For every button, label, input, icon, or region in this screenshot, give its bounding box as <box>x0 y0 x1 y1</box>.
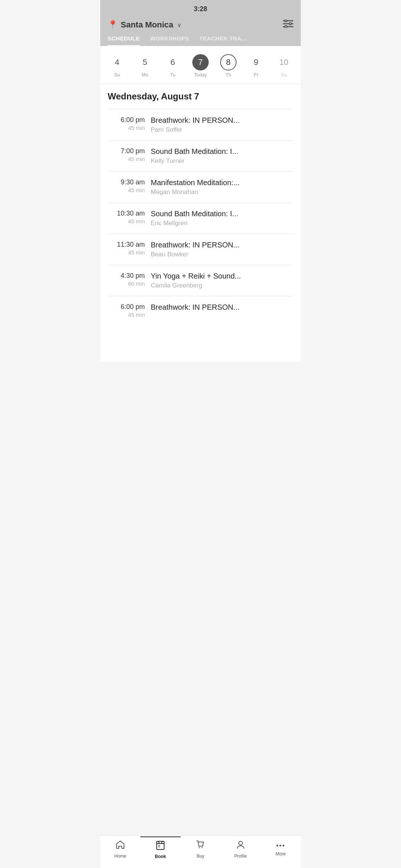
schedule-list: 6:00 pm 45 min Breathwork: IN PERSON... … <box>108 109 293 362</box>
day-number-4: 4 <box>109 54 125 70</box>
day-label-today: Today <box>194 72 207 78</box>
day-label-5: Mo <box>141 72 148 78</box>
day-number-8: 8 <box>220 54 237 70</box>
book-icon <box>156 840 165 852</box>
day-label-9: Fr <box>254 72 258 78</box>
nav-label-more: More <box>276 851 286 857</box>
day-number-5: 5 <box>137 54 153 70</box>
list-item[interactable]: 10:30 am 45 min Sound Bath Meditation: I… <box>108 203 293 234</box>
schedule-time: 6:00 pm 45 min <box>108 116 145 131</box>
calendar-day-6[interactable]: 6 Tu <box>163 52 182 80</box>
nav-item-home[interactable]: Home <box>100 840 140 859</box>
calendar-day-7[interactable]: 7 Today <box>191 52 210 80</box>
nav-tabs: SCHEDULE WORKSHOPS TEACHER TRA... <box>100 30 301 46</box>
schedule-info: Manifestation Meditation:... Megan Monah… <box>151 178 293 196</box>
svg-point-14 <box>239 841 242 845</box>
day-number-9: 9 <box>248 54 264 70</box>
calendar-day-8[interactable]: 8 Th <box>219 52 238 80</box>
day-number-6: 6 <box>164 54 181 70</box>
tab-teacher-training[interactable]: TEACHER TRA... <box>199 35 247 46</box>
location-text: Santa Monica <box>121 20 173 30</box>
schedule-section: Wednesday, August 7 6:00 pm 45 min Breat… <box>100 84 301 362</box>
more-icon: ••• <box>276 842 286 850</box>
schedule-time: 11:30 am 45 min <box>108 241 145 256</box>
nav-label-profile: Profile <box>234 854 247 859</box>
schedule-date-heading: Wednesday, August 7 <box>108 91 293 102</box>
calendar-section: 4 Su 5 Mo 6 Tu 7 Today 8 Th 9 Fr 10 Sa <box>100 46 301 84</box>
schedule-time: 10:30 am 45 min <box>108 210 145 224</box>
schedule-info: Breathwork: IN PERSON... Beau Bowker <box>151 241 293 258</box>
nav-item-profile[interactable]: Profile <box>221 840 261 859</box>
list-item[interactable]: 6:00 pm 45 min Breathwork: IN PERSON... <box>108 296 293 325</box>
bottom-nav: Home Book Buy <box>100 835 301 868</box>
buy-icon <box>196 840 205 852</box>
profile-icon <box>236 840 245 852</box>
svg-point-3 <box>285 20 287 22</box>
schedule-time: 7:00 pm 45 min <box>108 147 145 162</box>
schedule-info: Breathwork: IN PERSON... Pam Soffer <box>151 116 293 134</box>
svg-point-12 <box>199 847 200 848</box>
nav-item-book[interactable]: Book <box>140 836 180 859</box>
location-icon: 📍 <box>108 20 118 30</box>
schedule-time: 4:30 pm 60 min <box>108 272 145 287</box>
day-number-10: 10 <box>276 54 292 70</box>
list-item[interactable]: 11:30 am 45 min Breathwork: IN PERSON...… <box>108 234 293 265</box>
tab-schedule[interactable]: SCHEDULE <box>108 35 140 46</box>
calendar-day-9[interactable]: 9 Fr <box>247 52 266 80</box>
nav-label-home: Home <box>114 854 126 859</box>
calendar-days: 4 Su 5 Mo 6 Tu 7 Today 8 Th 9 Fr 10 Sa <box>103 52 298 80</box>
svg-point-4 <box>289 23 291 25</box>
status-bar: 3:28 <box>100 0 301 16</box>
status-time: 3:28 <box>194 5 207 13</box>
svg-point-5 <box>285 26 287 28</box>
chevron-down-icon: ∨ <box>177 22 182 29</box>
schedule-info: Yin Yoga + Reiki + Sound... Camila Green… <box>151 272 293 289</box>
day-label-10: Sa <box>281 72 287 78</box>
svg-rect-6 <box>157 841 164 849</box>
nav-label-buy: Buy <box>197 854 205 859</box>
calendar-day-4[interactable]: 4 Su <box>107 52 127 80</box>
day-label-6: Tu <box>170 72 176 78</box>
list-item[interactable]: 6:00 pm 45 min Breathwork: IN PERSON... … <box>108 109 293 140</box>
location-selector[interactable]: 📍 Santa Monica ∨ <box>108 20 182 30</box>
schedule-time: 6:00 pm 45 min <box>108 303 145 318</box>
schedule-info: Sound Bath Meditation: I... Kelly Turner <box>151 147 293 165</box>
home-icon <box>115 840 125 852</box>
day-number-7: 7 <box>192 54 209 70</box>
day-label-4: Su <box>114 72 120 78</box>
list-item[interactable]: 7:00 pm 45 min Sound Bath Meditation: I.… <box>108 140 293 171</box>
nav-item-buy[interactable]: Buy <box>180 840 221 859</box>
tab-workshops[interactable]: WORKSHOPS <box>150 35 189 46</box>
calendar-day-10[interactable]: 10 Sa <box>274 52 293 80</box>
svg-point-13 <box>202 847 203 848</box>
nav-item-more[interactable]: ••• More <box>261 842 301 857</box>
list-item[interactable]: 4:30 pm 60 min Yin Yoga + Reiki + Sound.… <box>108 265 293 296</box>
schedule-info: Breathwork: IN PERSON... <box>151 303 293 313</box>
filter-icon[interactable] <box>283 20 293 30</box>
header: 📍 Santa Monica ∨ <box>100 16 301 30</box>
list-item[interactable]: 9:30 am 45 min Manifestation Meditation:… <box>108 171 293 203</box>
schedule-info: Sound Bath Meditation: I... Eric Mellgre… <box>151 210 293 227</box>
day-label-8: Th <box>225 72 231 78</box>
calendar-day-5[interactable]: 5 Mo <box>135 52 154 80</box>
schedule-time: 9:30 am 45 min <box>108 178 145 193</box>
nav-label-book: Book <box>155 854 166 859</box>
